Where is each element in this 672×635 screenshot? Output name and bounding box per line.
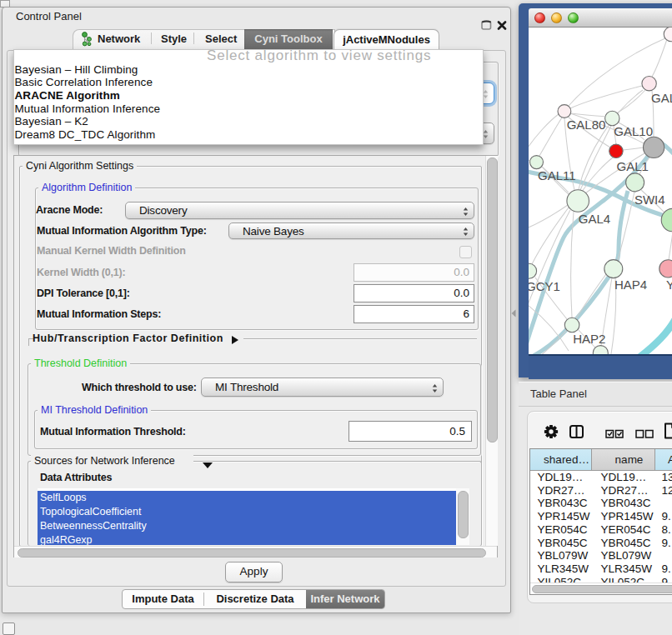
network-canvas[interactable]: GALGAL80GAL10GAL1GAL11GAL4SWI4HAP4YGCY1H…: [529, 28, 672, 354]
data-attribute-item[interactable]: SelfLoops: [38, 491, 456, 505]
table-cell[interactable]: 9.: [662, 562, 671, 576]
tab-style[interactable]: Style: [161, 30, 187, 48]
algorithm-popup-item[interactable]: Dream8 DC_TDC Algorithm: [15, 128, 156, 142]
table-cell[interactable]: YBL079W: [538, 549, 589, 562]
network-node[interactable]: [659, 260, 672, 278]
table-cell[interactable]: YLR345W: [601, 562, 653, 576]
kernel-width-field[interactable]: 0.0: [354, 263, 474, 282]
algorithm-popup-item[interactable]: Mutual Information Inference: [15, 102, 161, 116]
network-edge[interactable]: [669, 232, 672, 260]
attributes-scrollbar-thumb[interactable]: [458, 491, 469, 538]
table-cell[interactable]: YPR145W: [538, 510, 590, 523]
attributes-list-scrollbar[interactable]: [456, 488, 469, 545]
minimized-panel-icon[interactable]: [3, 622, 15, 635]
table-cell[interactable]: YDR27…: [601, 484, 649, 498]
table-cell[interactable]: 9.: [662, 537, 671, 550]
tab-network[interactable]: Network: [98, 30, 140, 48]
algorithm-popup-item[interactable]: Bayesian – Hill Climbing: [15, 63, 138, 77]
network-node[interactable]: [661, 208, 672, 231]
table-cell[interactable]: 9.: [662, 510, 671, 523]
network-node[interactable]: [564, 318, 579, 332]
network-edge[interactable]: [576, 274, 606, 318]
table-cell[interactable]: YER054C: [601, 523, 651, 537]
network-edge[interactable]: [529, 210, 570, 311]
table-cell[interactable]: YDR27…: [538, 484, 585, 498]
network-node[interactable]: [644, 137, 664, 158]
network-edge[interactable]: [580, 126, 611, 190]
settings-horizontal-scrollbar[interactable]: [14, 546, 497, 558]
algorithm-popup-item[interactable]: ARACNE Algorithm: [15, 89, 120, 102]
table-cell[interactable]: 13: [662, 471, 672, 484]
tab-impute-data[interactable]: Impute Data: [123, 590, 203, 608]
close-window-icon[interactable]: [497, 18, 507, 28]
column-header-extra[interactable]: A: [655, 449, 672, 470]
tab-select[interactable]: Select: [205, 30, 237, 48]
network-edge[interactable]: [570, 86, 642, 108]
document-icon[interactable]: [664, 422, 672, 439]
algorithm-popup-item[interactable]: Basic Correlation Inference: [15, 76, 153, 89]
table-cell[interactable]: YBL079W: [601, 549, 652, 562]
deselect-all-checks-icon[interactable]: [635, 427, 654, 442]
column-header-name[interactable]: name: [592, 449, 655, 470]
network-node[interactable]: [593, 346, 608, 354]
splitpane-arrow-icon[interactable]: [511, 306, 516, 321]
table-cell[interactable]: YDL19…: [601, 471, 647, 484]
table-cell[interactable]: YPR145W: [601, 510, 654, 523]
network-node[interactable]: [642, 77, 656, 91]
network-node[interactable]: [567, 190, 589, 212]
network-node[interactable]: [609, 144, 623, 158]
network-edge[interactable]: [637, 316, 672, 354]
aracne-mode-combo[interactable]: Discovery: [125, 202, 474, 219]
data-attribute-item[interactable]: gal4RGexp: [38, 533, 456, 545]
table-cell[interactable]: 12: [662, 484, 672, 498]
tab-discretize-data[interactable]: Discretize Data: [204, 590, 306, 608]
table-cell[interactable]: YBR045C: [601, 537, 651, 550]
hub-expand-icon[interactable]: [231, 333, 239, 348]
data-attribute-item[interactable]: BetweennessCentrality: [38, 519, 456, 533]
table-cell[interactable]: YLR345W: [538, 562, 589, 576]
mit-field[interactable]: 0.5: [349, 421, 472, 442]
mi-steps-field[interactable]: 6: [354, 305, 474, 323]
tab-infer-network[interactable]: Infer Network: [306, 590, 384, 608]
settings-vscrollbar-thumb[interactable]: [487, 158, 498, 442]
settings-hscrollbar-thumb[interactable]: [18, 548, 486, 558]
network-node[interactable]: [558, 105, 571, 118]
network-window-titlebar[interactable]: [529, 8, 672, 28]
minimize-traffic-light[interactable]: [551, 12, 562, 23]
zoom-traffic-light[interactable]: [568, 12, 579, 23]
network-node[interactable]: [530, 156, 544, 169]
which-threshold-combo[interactable]: MI Threshold: [201, 378, 444, 397]
hub-definition-label[interactable]: Hub/Transcription Factor Definition: [33, 332, 223, 344]
gear-icon[interactable]: [544, 424, 559, 442]
network-edge[interactable]: [623, 148, 644, 150]
settings-vertical-scrollbar[interactable]: [485, 156, 498, 546]
network-edge[interactable]: [539, 118, 562, 156]
dpi-tolerance-field[interactable]: 0.0: [354, 284, 474, 302]
data-attributes-list[interactable]: SelfLoopsTopologicalCoefficientBetweenne…: [38, 488, 469, 545]
network-node[interactable]: [664, 28, 672, 42]
table-hscrollbar-thumb[interactable]: [532, 585, 672, 593]
apply-button[interactable]: Apply: [225, 562, 283, 582]
table-horizontal-scrollbar[interactable]: [530, 582, 672, 594]
network-node[interactable]: [626, 173, 644, 192]
select-all-checks-icon[interactable]: [605, 427, 624, 442]
tab-cyni-toolbox[interactable]: Cyni Toolbox: [244, 29, 333, 49]
column-header-shared-name[interactable]: shared…: [530, 449, 592, 470]
network-edge[interactable]: [529, 114, 559, 152]
network-edge[interactable]: [652, 39, 667, 77]
data-attribute-item[interactable]: TopologicalCoefficient: [38, 505, 456, 519]
algorithm-popup-item[interactable]: Bayesian – K2: [15, 115, 88, 128]
network-node[interactable]: [604, 260, 623, 278]
float-window-icon[interactable]: [481, 18, 492, 28]
table-cell[interactable]: YBR043C: [538, 497, 588, 510]
table-cell[interactable]: 8.: [662, 523, 671, 537]
table-cell[interactable]: YDL19…: [538, 471, 584, 484]
close-traffic-light[interactable]: [534, 12, 545, 23]
table-cell[interactable]: YBR045C: [538, 537, 588, 550]
split-columns-icon[interactable]: [569, 425, 584, 442]
sources-collapse-icon[interactable]: [202, 458, 213, 472]
manual-kernel-checkbox[interactable]: [459, 246, 472, 258]
mi-type-combo[interactable]: Naive Bayes: [228, 222, 474, 239]
table-cell[interactable]: YBR043C: [601, 497, 651, 510]
network-node[interactable]: [529, 263, 537, 278]
